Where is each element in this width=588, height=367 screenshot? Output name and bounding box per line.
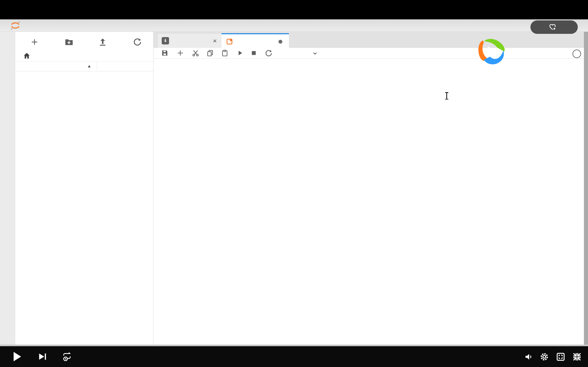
video-control-bar (0, 346, 588, 367)
notebook-toolbar (154, 48, 584, 58)
kernel-status-icon[interactable] (572, 50, 581, 58)
breadcrumb (15, 51, 153, 61)
file-browser (15, 32, 153, 345)
play-icon[interactable] (13, 351, 22, 362)
heart-plus-icon (549, 23, 557, 31)
web-fullscreen-icon[interactable] (556, 352, 566, 362)
tab-launcher[interactable]: × (157, 33, 222, 48)
new-folder-button[interactable] (64, 37, 74, 48)
notebook-icon (226, 38, 233, 45)
sidebar-tab-strip (0, 32, 15, 345)
close-icon[interactable]: × (213, 37, 217, 45)
run-icon[interactable] (236, 49, 244, 57)
tab-demo-ipynb[interactable] (222, 33, 289, 49)
dirty-indicator[interactable] (278, 40, 282, 44)
add-cell-icon[interactable] (176, 49, 185, 57)
launcher-icon (162, 37, 169, 44)
loop-mode-icon[interactable] (62, 351, 72, 362)
column-divider (97, 62, 97, 70)
paste-icon[interactable] (221, 49, 229, 57)
refresh-button[interactable] (133, 37, 143, 48)
cut-icon[interactable] (191, 49, 200, 57)
chevron-down-icon[interactable] (312, 50, 320, 58)
save-icon[interactable] (161, 49, 169, 57)
mouse-ibeam-cursor (445, 92, 448, 100)
settings-gear-icon[interactable] (539, 352, 549, 362)
file-list-header[interactable] (15, 61, 153, 71)
file-browser-toolbar (15, 34, 153, 51)
add-to-watchlist-button[interactable] (530, 20, 578, 34)
next-episode-icon[interactable] (38, 352, 47, 361)
upload-button[interactable] (98, 37, 108, 48)
sort-ascending-icon (87, 64, 91, 68)
stop-icon[interactable] (250, 49, 258, 57)
scrollbar[interactable] (584, 32, 588, 345)
video-progress-track[interactable] (0, 345, 588, 346)
new-launcher-button[interactable] (30, 37, 40, 48)
notebook-panel[interactable] (154, 58, 584, 345)
document-tab-bar: × (154, 32, 588, 48)
exit-fullscreen-icon[interactable] (572, 352, 582, 362)
copy-icon[interactable] (206, 49, 214, 57)
menu-bar (0, 19, 588, 32)
restart-kernel-icon[interactable] (265, 49, 273, 57)
home-icon[interactable] (23, 52, 31, 59)
jupyter-logo (10, 20, 20, 31)
video-top-bar (0, 0, 588, 19)
volume-icon[interactable] (524, 352, 534, 362)
